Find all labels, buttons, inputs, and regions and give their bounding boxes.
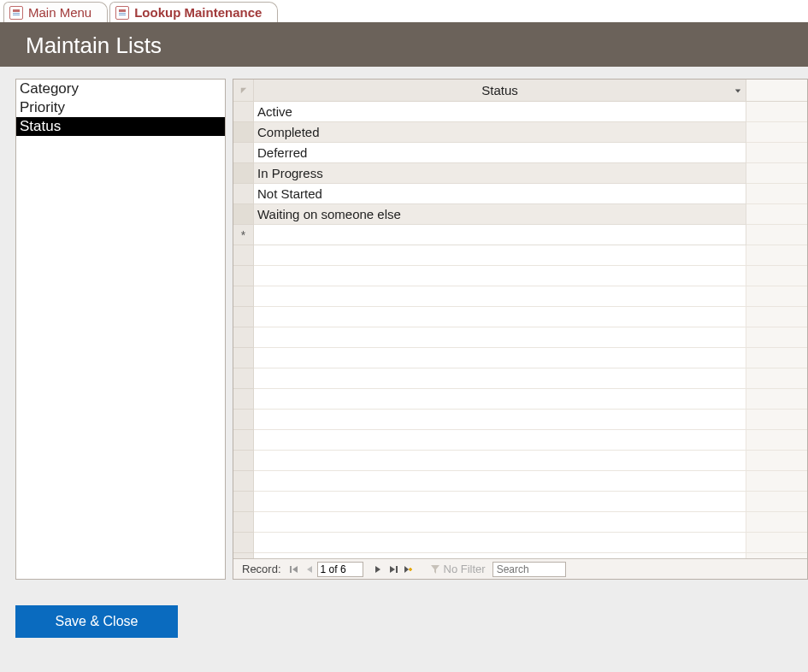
filter-label: No Filter: [444, 563, 486, 575]
list-item-category[interactable]: Category: [16, 80, 225, 98]
workspace: Category Priority Status Status: [0, 67, 808, 580]
new-row-marker-icon[interactable]: *: [233, 225, 254, 245]
datasheet-row[interactable]: Active: [233, 102, 807, 122]
list-item-priority[interactable]: Priority: [16, 98, 225, 117]
select-all-corner[interactable]: [233, 80, 254, 102]
row-selector[interactable]: [233, 102, 254, 122]
search-input[interactable]: [492, 562, 566, 577]
tab-bar: Main Menu Lookup Maintenance: [0, 0, 808, 24]
row-selector[interactable]: [233, 184, 254, 204]
nav-next-button[interactable]: [370, 562, 386, 577]
tab-lookup-maintenance[interactable]: Lookup Maintenance: [109, 2, 278, 22]
cell-status-new[interactable]: [254, 225, 746, 245]
svg-rect-0: [13, 9, 20, 12]
svg-rect-3: [119, 9, 126, 12]
datasheet-row[interactable]: Completed: [233, 122, 807, 143]
header-filler: [746, 80, 807, 102]
svg-rect-1: [13, 13, 20, 14]
svg-rect-4: [119, 13, 126, 14]
datasheet-header-row: Status: [233, 80, 807, 102]
tab-label: Lookup Maintenance: [134, 5, 262, 20]
cell-status[interactable]: Deferred: [254, 143, 746, 163]
record-label: Record:: [237, 563, 286, 575]
list-item-status[interactable]: Status: [16, 117, 225, 136]
filter-indicator[interactable]: No Filter: [430, 563, 486, 575]
empty-rows-area: [233, 245, 807, 558]
cell-status[interactable]: Not Started: [254, 184, 746, 204]
nav-first-button[interactable]: [286, 562, 302, 577]
row-selector[interactable]: [233, 163, 254, 184]
column-header-label: Status: [481, 83, 518, 97]
row-selector[interactable]: [233, 143, 254, 163]
filter-icon: [430, 564, 440, 575]
category-list-panel: Category Priority Status: [15, 79, 226, 580]
svg-rect-6: [290, 566, 292, 573]
nav-new-button[interactable]: [401, 562, 416, 577]
datasheet-scroll[interactable]: Status Active Completed: [233, 80, 807, 558]
nav-prev-button[interactable]: [302, 562, 317, 577]
datasheet-row[interactable]: Waiting on someone else: [233, 204, 807, 225]
cell-status[interactable]: Completed: [254, 122, 746, 143]
nav-last-button[interactable]: [386, 562, 401, 577]
page-header: Maintain Lists: [0, 24, 808, 67]
datasheet-row[interactable]: Deferred: [233, 143, 807, 163]
datasheet-new-row[interactable]: *: [233, 225, 807, 245]
form-icon: [115, 6, 129, 20]
footer: Save & Close: [0, 580, 808, 638]
cell-status[interactable]: Waiting on someone else: [254, 204, 746, 225]
tab-main-menu[interactable]: Main Menu: [3, 2, 108, 22]
tab-label: Main Menu: [28, 5, 91, 20]
svg-rect-7: [396, 566, 398, 573]
record-position-input[interactable]: [317, 562, 363, 577]
row-selector[interactable]: [233, 204, 254, 225]
cell-status[interactable]: In Progress: [254, 163, 746, 184]
cell-status[interactable]: Active: [254, 102, 746, 122]
datasheet-row[interactable]: Not Started: [233, 184, 807, 204]
form-icon: [9, 6, 23, 20]
svg-rect-5: [119, 15, 126, 15]
page-title: Maintain Lists: [26, 32, 162, 59]
row-selector[interactable]: [233, 122, 254, 143]
save-close-button[interactable]: Save & Close: [15, 605, 178, 638]
column-dropdown-icon[interactable]: [734, 86, 742, 95]
svg-rect-2: [13, 15, 20, 15]
datasheet-row[interactable]: In Progress: [233, 163, 807, 184]
record-navigator: Record: No Filter: [233, 558, 807, 579]
datasheet-panel: Status Active Completed: [233, 79, 808, 580]
column-header-status[interactable]: Status: [254, 80, 746, 102]
